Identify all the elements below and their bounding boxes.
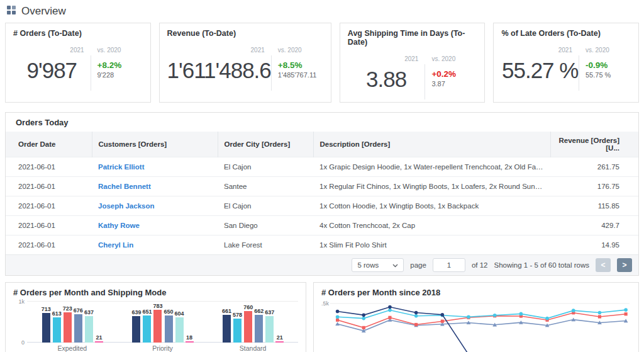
data-point-marker[interactable] xyxy=(598,311,602,315)
bar-chart-y-axis: 1k 0 xyxy=(13,301,27,352)
kpi-year-label: 2021 xyxy=(70,47,84,57)
line-chart-wrap: 2.5k0JanFebMarAprMayJunJulAugSepOctNovDe… xyxy=(321,298,631,352)
data-point-marker[interactable] xyxy=(388,309,392,312)
bar[interactable] xyxy=(255,315,263,343)
bar-group: 66157876066263721Standard xyxy=(222,301,284,352)
kpi-vs-label: vs. 2020 xyxy=(278,47,323,57)
bar-group: 63965178365060418Priority xyxy=(131,301,193,352)
bar[interactable] xyxy=(53,317,61,343)
kpi-card-late-orders: % of Late Orders (To-Date) 2021 55.27 % … xyxy=(493,23,639,103)
cell-revenue: 261.75 xyxy=(550,157,638,177)
customer-link[interactable]: Patrick Elliott xyxy=(98,163,145,171)
bar-value-label: 637 xyxy=(265,309,274,315)
page-title: Overview xyxy=(21,5,66,18)
data-point-marker[interactable] xyxy=(625,312,628,315)
kpi-row: # Orders (To-Date) 2021 9'987 vs. 2020 +… xyxy=(5,23,639,103)
data-point-marker[interactable] xyxy=(493,314,497,317)
customer-link[interactable]: Rachel Bennett xyxy=(98,183,151,190)
data-point-marker[interactable] xyxy=(624,308,628,312)
bar-value-label: 661 xyxy=(222,308,231,314)
data-point-marker[interactable] xyxy=(336,315,340,319)
bar-value-label: 613 xyxy=(52,310,62,317)
prev-page-button[interactable]: < xyxy=(596,258,611,272)
bar[interactable] xyxy=(85,316,93,343)
next-page-button[interactable]: > xyxy=(617,258,632,272)
cell-order-date: 2021-06-01 xyxy=(6,236,92,255)
data-point-marker[interactable] xyxy=(467,315,470,319)
customer-link[interactable]: Cheryl Lin xyxy=(98,241,133,249)
data-point-marker[interactable] xyxy=(336,319,339,322)
col-header-order-city[interactable]: Order City [Orders] xyxy=(218,132,313,157)
charts-row: # Orders per Month and Shipping Mode 1k … xyxy=(5,282,639,352)
data-point-marker[interactable] xyxy=(545,317,549,321)
data-point-marker[interactable] xyxy=(441,313,445,317)
rows-per-page-select[interactable]: 5 rows xyxy=(352,258,404,272)
table-row: 2021-06-01 Kathy Rowe San Diego 4x Cotto… xyxy=(6,216,638,236)
bar[interactable] xyxy=(153,310,162,343)
y-tick-label: 0 xyxy=(21,339,25,346)
bar[interactable] xyxy=(132,316,140,343)
data-point-marker[interactable] xyxy=(362,317,366,321)
page-header: Overview xyxy=(5,4,639,21)
kpi-vs-label: vs. 2020 xyxy=(431,55,477,65)
data-point-marker[interactable] xyxy=(336,310,340,314)
bar-category-label: Standard xyxy=(222,343,284,352)
data-point-marker[interactable] xyxy=(441,320,444,323)
bar-value-label: 760 xyxy=(243,304,253,310)
bar-chart-panel: # Orders per Month and Shipping Mode 1k … xyxy=(5,282,306,352)
data-point-marker[interactable] xyxy=(414,311,418,315)
cell-order-city: San Diego xyxy=(218,216,313,236)
kpi-card-orders: # Orders (To-Date) 2021 9'987 vs. 2020 +… xyxy=(5,23,151,103)
bar[interactable] xyxy=(143,315,151,343)
col-header-description[interactable]: Description [Orders] xyxy=(313,132,550,157)
kpi-value: 55.27 % xyxy=(501,58,579,83)
cell-order-city: El Cajon xyxy=(218,196,313,216)
data-point-marker[interactable] xyxy=(388,305,392,309)
table-row: 2021-06-01 Cheryl Lin Lake Forest 1x Sli… xyxy=(6,236,638,255)
line-chart-panel: # Orders per Month since 2018 2.5k0JanFe… xyxy=(313,282,639,352)
page-number-input[interactable] xyxy=(433,258,465,272)
customer-link[interactable]: Joseph Jackson xyxy=(98,202,154,210)
bar-value-label: 639 xyxy=(131,309,141,315)
kpi-change: +8.5% xyxy=(278,60,323,70)
data-point-marker[interactable] xyxy=(598,315,601,318)
showing-rows-label: Showing 1 - 5 of 60 total rows xyxy=(494,261,590,269)
kpi-year-label: 2021 xyxy=(558,47,572,57)
kpi-change: +8.2% xyxy=(97,60,143,70)
bar[interactable] xyxy=(265,316,274,343)
y-tick-label: 1k xyxy=(18,298,25,305)
bar[interactable] xyxy=(74,314,82,343)
bar[interactable] xyxy=(233,319,242,343)
bar-chart-title: # Orders per Month and Shipping Mode xyxy=(13,288,298,297)
data-point-marker[interactable] xyxy=(388,316,391,319)
cell-order-date: 2021-06-01 xyxy=(6,157,92,177)
kpi-value: 9'987 xyxy=(13,58,91,83)
bar[interactable] xyxy=(175,317,184,343)
bar[interactable] xyxy=(244,311,252,343)
data-point-marker[interactable] xyxy=(335,322,340,326)
data-point-marker[interactable] xyxy=(519,312,523,316)
chevron-down-icon xyxy=(392,261,398,269)
bar[interactable] xyxy=(165,315,173,343)
col-header-revenue[interactable]: Revenue [Orders] [U... xyxy=(550,132,638,157)
data-point-marker[interactable] xyxy=(362,326,365,329)
data-point-marker[interactable] xyxy=(362,314,366,317)
col-header-order-date[interactable]: Order Date xyxy=(6,132,92,157)
kpi-value: 3.88 xyxy=(348,67,425,92)
col-header-customers[interactable]: Customers [Orders] xyxy=(92,132,218,157)
bar[interactable] xyxy=(64,312,72,343)
data-point-marker[interactable] xyxy=(414,323,418,326)
orders-table: Order Date Customers [Orders] Order City… xyxy=(6,132,638,254)
bar[interactable] xyxy=(223,315,231,343)
data-point-marker[interactable] xyxy=(572,309,575,312)
kpi-prev-value: 3.87 xyxy=(431,80,477,88)
kpi-change: -0.9% xyxy=(586,60,631,70)
dashboard-icon xyxy=(6,5,16,18)
bar-value-label: 783 xyxy=(153,303,162,309)
page-count-label: of 12 xyxy=(472,261,488,269)
kpi-year-label: 2021 xyxy=(251,47,265,57)
bar[interactable] xyxy=(42,313,50,343)
data-point-marker[interactable] xyxy=(414,314,418,318)
cell-revenue: 14.95 xyxy=(550,236,638,255)
customer-link[interactable]: Kathy Rowe xyxy=(98,222,140,229)
